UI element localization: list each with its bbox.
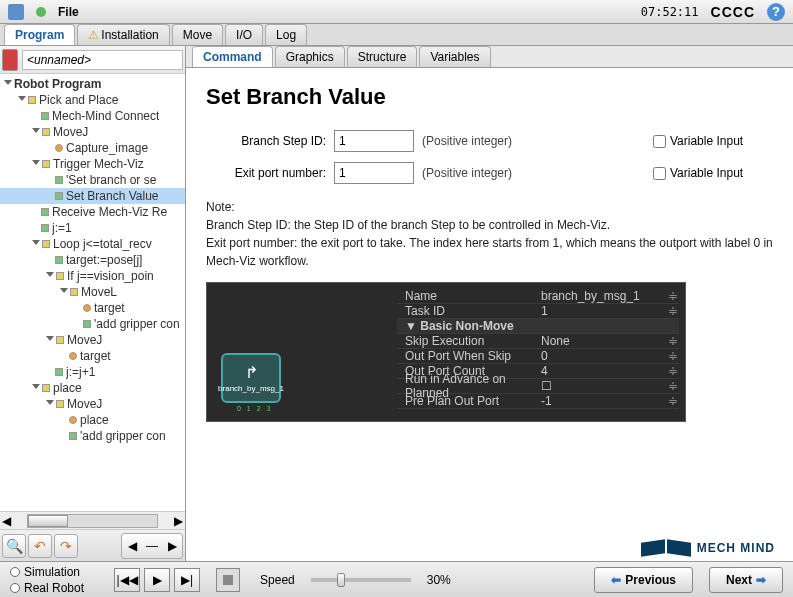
tree-node[interactable]: 'add gripper con (0, 428, 185, 444)
tree-nav-bar: 🔍 ↶ ↷ ◀ — ▶ (0, 529, 185, 561)
footer-bar: Simulation Real Robot |◀◀ ▶ ▶| Speed 30%… (0, 561, 793, 597)
move-right-icon[interactable]: ▶ (162, 534, 182, 558)
command-title: Set Branch Value (206, 84, 773, 110)
next-button[interactable]: Next➡ (709, 567, 783, 593)
tree-node[interactable]: Set Branch Value (0, 188, 185, 204)
play-button[interactable]: ▶ (144, 568, 170, 592)
tree-node[interactable]: j:=1 (0, 220, 185, 236)
previous-button[interactable]: ⬅Previous (594, 567, 693, 593)
checkbox-icon[interactable] (653, 167, 666, 180)
tree-node[interactable]: Capture_image (0, 140, 185, 156)
move-node-buttons[interactable]: ◀ — ▶ (121, 533, 183, 559)
tree-node[interactable]: Loop j<=total_recv (0, 236, 185, 252)
help-icon[interactable]: ? (767, 3, 785, 21)
tab-installation[interactable]: ⚠Installation (77, 24, 169, 45)
program-tree-panel: Robot ProgramPick and PlaceMech-Mind Con… (0, 46, 186, 561)
redo-button[interactable]: ↷ (54, 534, 78, 558)
checkbox-icon[interactable] (653, 135, 666, 148)
tree-node[interactable]: Pick and Place (0, 92, 185, 108)
branch-var-input-checkbox[interactable]: Variable Input (653, 134, 773, 148)
tree-node[interactable]: Robot Program (0, 76, 185, 92)
simulation-radio[interactable]: Simulation (10, 565, 84, 579)
tree-node[interactable]: 'add gripper con (0, 316, 185, 332)
branch-step-id-input[interactable] (334, 130, 414, 152)
viz-properties-table: Namebranch_by_msg_1≑Task ID1≑▼ Basic Non… (397, 289, 679, 409)
subtab-variables[interactable]: Variables (419, 46, 490, 67)
viz-node-icon: ↱ branch_by_msg_1 (221, 353, 281, 403)
file-menu[interactable]: File (58, 5, 79, 19)
exit-var-input-checkbox[interactable]: Variable Input (653, 166, 773, 180)
tab-log[interactable]: Log (265, 24, 307, 45)
tree-node[interactable]: target (0, 348, 185, 364)
mech-viz-screenshot: ↱ branch_by_msg_1 0 1 2 3 Namebranch_by_… (206, 282, 686, 422)
tree-node[interactable]: place (0, 412, 185, 428)
exit-port-hint: (Positive integer) (422, 166, 512, 180)
speed-slider[interactable] (311, 578, 411, 582)
tab-move[interactable]: Move (172, 24, 223, 45)
skip-back-button[interactable]: |◀◀ (114, 568, 140, 592)
tree-node[interactable]: Mech-Mind Connect (0, 108, 185, 124)
tree-hscrollbar[interactable]: ◀▶ (0, 511, 185, 529)
search-button[interactable]: 🔍 (2, 534, 26, 558)
branch-step-id-label: Branch Step ID: (206, 134, 326, 148)
save-icon[interactable] (2, 49, 18, 71)
tree-node[interactable]: place (0, 380, 185, 396)
tree-node[interactable]: MoveJ (0, 332, 185, 348)
skip-fwd-button[interactable]: ▶| (174, 568, 200, 592)
tab-program[interactable]: Program (4, 24, 75, 45)
tree-node[interactable]: MoveL (0, 284, 185, 300)
tree-node[interactable]: MoveJ (0, 124, 185, 140)
subtab-graphics[interactable]: Graphics (275, 46, 345, 67)
stop-button[interactable] (216, 568, 240, 592)
command-body: Set Branch Value Branch Step ID: (Positi… (186, 68, 793, 561)
real-robot-radio[interactable]: Real Robot (10, 581, 84, 595)
status-cccc: CCCC (711, 4, 755, 20)
ur-logo-icon (8, 4, 24, 20)
tree-node[interactable]: MoveJ (0, 396, 185, 412)
tree-node[interactable]: target (0, 300, 185, 316)
program-tree[interactable]: Robot ProgramPick and PlaceMech-Mind Con… (0, 74, 185, 511)
main-tabs: Program⚠InstallationMoveI/OLog (0, 24, 793, 46)
tree-node[interactable]: 'Set branch or se (0, 172, 185, 188)
speed-label: Speed (260, 573, 295, 587)
top-toolbar: File 07:52:11 CCCC ? (0, 0, 793, 24)
subtab-structure[interactable]: Structure (347, 46, 418, 67)
tree-node[interactable]: If j==vision_poin (0, 268, 185, 284)
exit-port-label: Exit port number: (206, 166, 326, 180)
clock: 07:52:11 (641, 5, 699, 19)
tree-node[interactable]: Receive Mech-Viz Re (0, 204, 185, 220)
branch-step-id-hint: (Positive integer) (422, 134, 512, 148)
speed-value: 30% (427, 573, 451, 587)
tree-node[interactable]: target:=pose[j] (0, 252, 185, 268)
program-name-input[interactable] (22, 50, 183, 70)
move-left-icon[interactable]: ◀ (122, 534, 142, 558)
viz-ports-icon: 0 1 2 3 (237, 405, 272, 412)
slider-knob-icon[interactable] (337, 573, 345, 587)
command-sub-tabs: CommandGraphicsStructureVariables (186, 46, 793, 68)
exit-port-input[interactable] (334, 162, 414, 184)
tab-i/o[interactable]: I/O (225, 24, 263, 45)
mech-mind-logo: MECH MIND (641, 541, 775, 555)
tree-node[interactable]: j:=j+1 (0, 364, 185, 380)
status-dot-icon (36, 7, 46, 17)
tree-node[interactable]: Trigger Mech-Viz (0, 156, 185, 172)
subtab-command[interactable]: Command (192, 46, 273, 67)
undo-button[interactable]: ↶ (28, 534, 52, 558)
note-text: Note:Branch Step ID: the Step ID of the … (206, 198, 773, 270)
move-up-icon[interactable]: — (142, 534, 162, 558)
